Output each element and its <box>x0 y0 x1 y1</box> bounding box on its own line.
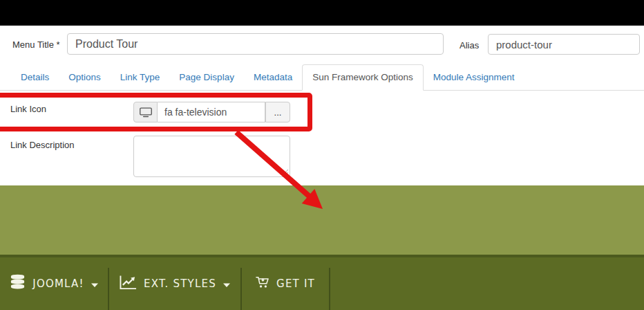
navbar-item-label: EXT. STYLES <box>144 277 216 290</box>
tab-options[interactable]: Options <box>59 65 111 90</box>
alias-label: Alias <box>460 40 479 51</box>
tab-module-assignment[interactable]: Module Assignment <box>424 65 524 90</box>
site-preview-header: Product Tour Get it Now You <box>0 185 644 255</box>
tab-details[interactable]: Details <box>11 65 59 90</box>
link-icon-input-group: ... <box>133 102 290 122</box>
textarea-resize-handle[interactable] <box>282 169 289 176</box>
tab-metadata[interactable]: Metadata <box>244 65 302 90</box>
link-description-label: Link Description <box>10 140 75 150</box>
navbar-separator <box>329 268 330 310</box>
chevron-down-icon <box>91 277 98 290</box>
alias-input[interactable] <box>488 34 640 55</box>
link-icon-label: Link Icon <box>10 104 46 114</box>
tab-link-type[interactable]: Link Type <box>111 65 170 90</box>
link-description-textarea[interactable] <box>133 136 290 177</box>
screenshot-root: Menu Title * Alias Details Options Link … <box>0 0 644 310</box>
menu-title-label: Menu Title * <box>12 39 60 50</box>
tab-bar: Details Options Link Type Page Display M… <box>0 66 644 91</box>
tab-page-display[interactable]: Page Display <box>169 65 244 90</box>
navbar-item-joomla[interactable]: JOOMLA! <box>0 257 108 310</box>
television-icon <box>133 102 158 122</box>
navbar-item-ext-styles[interactable]: EXT. STYLES <box>109 257 240 310</box>
link-icon-browse-button[interactable]: ... <box>265 102 290 122</box>
link-icon-input[interactable] <box>158 102 265 122</box>
site-preview-navbar: JOOMLA! EXT. STYLES <box>0 257 644 310</box>
cart-arrow-down-icon <box>256 276 269 291</box>
navbar-item-label: JOOMLA! <box>32 277 84 290</box>
chevron-down-icon <box>223 277 230 290</box>
navbar-item-label: GET IT <box>276 277 315 290</box>
line-chart-icon <box>120 275 137 293</box>
navbar-item-get-it[interactable]: GET IT <box>242 257 329 310</box>
database-icon <box>10 274 26 293</box>
window-top-bar <box>0 0 644 26</box>
menu-title-input[interactable] <box>67 33 444 55</box>
tab-sun-framework-options[interactable]: Sun Framework Options <box>302 64 424 91</box>
